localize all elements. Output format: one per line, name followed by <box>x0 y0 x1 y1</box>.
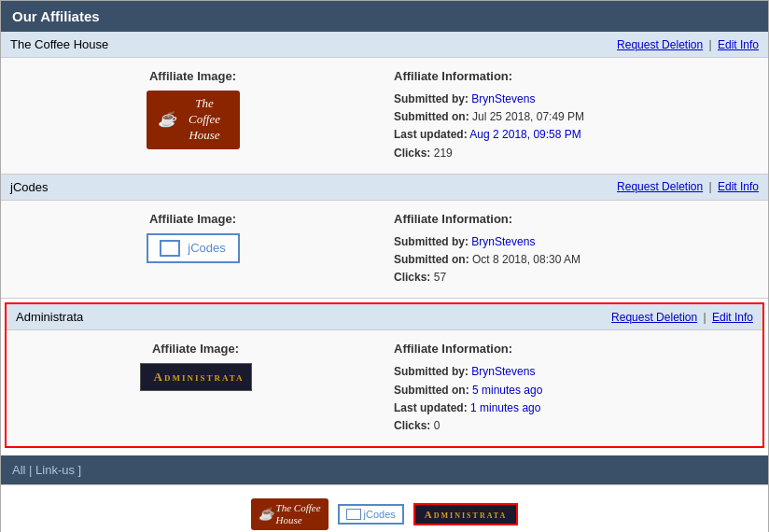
affiliate-logo-administrata: Administrata <box>140 363 252 391</box>
last-updated-value-coffee-house[interactable]: Aug 2 2018, 09:58 PM <box>469 128 580 141</box>
edit-info-coffee-house[interactable]: Edit Info <box>718 38 759 51</box>
affiliate-name-coffee-house: The Coffee House <box>10 37 108 51</box>
affiliate-info-col-coffee-house: Affiliate Information: Submitted by: Bry… <box>384 69 768 162</box>
image-col-header-coffee-house: Affiliate Image: <box>149 69 236 83</box>
request-deletion-administrata[interactable]: Request Deletion <box>611 311 697 324</box>
submitted-on-label-3: Submitted on: <box>394 384 469 397</box>
affiliate-image-col-administrata: Affiliate Image: Administrata <box>7 342 384 435</box>
pipe-separator: | <box>709 38 712 51</box>
footer-logos: The CoffeeHouse jCodes Administrata <box>1 484 768 532</box>
edit-info-jcodes[interactable]: Edit Info <box>718 180 759 193</box>
affiliate-logo-jcodes: jCodes <box>147 233 240 263</box>
clicks-label-2: Clicks: <box>394 271 430 284</box>
submitted-on-coffee-house: Submitted on: Jul 25 2018, 07:49 PM <box>394 108 584 126</box>
clicks-administrata: Clicks: 0 <box>394 417 440 435</box>
clicks-coffee-house: Clicks: 219 <box>394 145 453 162</box>
last-updated-administrata: Last updated: 1 minutes ago <box>394 399 540 417</box>
submitted-by-administrata: Submitted by: BrynStevens <box>394 363 535 381</box>
clicks-value-jcodes: 57 <box>434 271 446 284</box>
last-updated-label: Last updated: <box>394 128 468 141</box>
edit-info-administrata[interactable]: Edit Info <box>712 311 753 324</box>
submitted-on-label: Submitted on: <box>394 110 469 123</box>
affiliate-name-administrata: Administrata <box>16 310 83 324</box>
submitted-by-user-coffee-house[interactable]: BrynStevens <box>471 92 535 105</box>
request-deletion-jcodes[interactable]: Request Deletion <box>617 180 703 193</box>
info-col-header-administrata: Affiliate Information: <box>394 342 512 356</box>
affiliate-name-jcodes: jCodes <box>10 180 48 194</box>
image-col-header-administrata: Affiliate Image: <box>152 342 239 356</box>
clicks-label: Clicks: <box>394 147 430 160</box>
submitted-by-user-administrata[interactable]: BrynStevens <box>471 365 535 378</box>
last-updated-coffee-house: Last updated: Aug 2 2018, 09:58 PM <box>394 126 581 144</box>
affiliate-actions-jcodes: Request Deletion | Edit Info <box>617 180 759 193</box>
page-header: Our Affiliates <box>1 1 768 32</box>
submitted-on-value-jcodes: Oct 8 2018, 08:30 AM <box>472 253 580 266</box>
submitted-by-jcodes: Submitted by: BrynStevens <box>394 233 535 251</box>
page-title: Our Affiliates <box>12 8 100 24</box>
footer-logo-jcodes[interactable]: jCodes <box>338 504 404 525</box>
submitted-by-label: Submitted by: <box>394 92 468 105</box>
affiliate-section-coffee-house: The Coffee House Request Deletion | Edit… <box>1 32 768 175</box>
submitted-on-jcodes: Submitted on: Oct 8 2018, 08:30 AM <box>394 251 580 269</box>
submitted-by-label-3: Submitted by: <box>394 365 468 378</box>
jcodes-icon-footer <box>346 509 361 520</box>
affiliate-content-administrata: Affiliate Image: Administrata Affiliate … <box>7 330 762 446</box>
submitted-on-label-2: Submitted on: <box>394 253 469 266</box>
affiliate-image-col-coffee-house: Affiliate Image: The CoffeeHouse <box>1 69 384 162</box>
submitted-by-coffee-house: Submitted by: BrynStevens <box>394 91 535 108</box>
footer-logo-coffee-house[interactable]: The CoffeeHouse <box>251 498 329 530</box>
clicks-value-administrata: 0 <box>434 419 440 432</box>
clicks-value-coffee-house: 219 <box>434 147 453 160</box>
image-col-header-jcodes: Affiliate Image: <box>149 212 236 226</box>
pipe-separator-2: | <box>709 180 712 193</box>
affiliate-section-jcodes: jCodes Request Deletion | Edit Info Affi… <box>1 175 768 300</box>
affiliate-info-col-administrata: Affiliate Information: Submitted by: Bry… <box>384 342 762 435</box>
clicks-label-3: Clicks: <box>394 419 430 432</box>
submitted-on-value-coffee-house: Jul 25 2018, 07:49 PM <box>472 110 584 123</box>
affiliate-actions-coffee-house: Request Deletion | Edit Info <box>617 38 759 51</box>
request-deletion-coffee-house[interactable]: Request Deletion <box>617 38 703 51</box>
affiliate-content-coffee-house: Affiliate Image: The CoffeeHouse Affilia… <box>1 58 768 174</box>
submitted-by-label-2: Submitted by: <box>394 235 468 248</box>
affiliate-section-administrata: Administrata Request Deletion | Edit Inf… <box>5 302 764 448</box>
footer-nav: All | Link-us ] <box>1 455 768 484</box>
affiliate-header-jcodes: jCodes Request Deletion | Edit Info <box>1 175 768 201</box>
submitted-on-administrata: Submitted on: 5 minutes ago <box>394 382 542 399</box>
clicks-jcodes: Clicks: 57 <box>394 269 446 287</box>
submitted-by-user-jcodes[interactable]: BrynStevens <box>471 235 535 248</box>
footer-logo-administrata[interactable]: Administrata <box>413 503 519 525</box>
affiliate-content-jcodes: Affiliate Image: jCodes Affiliate Inform… <box>1 201 768 299</box>
info-col-header-jcodes: Affiliate Information: <box>394 212 512 226</box>
affiliate-actions-administrata: Request Deletion | Edit Info <box>611 311 753 324</box>
jcodes-icon <box>160 240 180 257</box>
affiliate-logo-coffee-house: The CoffeeHouse <box>147 91 240 149</box>
affiliate-header-administrata: Administrata Request Deletion | Edit Inf… <box>7 304 762 330</box>
footer-nav-text: All | Link-us ] <box>12 463 81 477</box>
affiliate-header-coffee-house: The Coffee House Request Deletion | Edit… <box>1 32 768 58</box>
last-updated-label-2: Last updated: <box>394 401 468 414</box>
last-updated-value-administrata[interactable]: 1 minutes ago <box>470 401 540 414</box>
info-col-header-coffee-house: Affiliate Information: <box>394 69 512 83</box>
affiliate-image-col-jcodes: Affiliate Image: jCodes <box>1 212 384 287</box>
pipe-separator-3: | <box>704 311 706 324</box>
main-container: Our Affiliates The Coffee House Request … <box>0 0 769 532</box>
submitted-on-value-administrata[interactable]: 5 minutes ago <box>472 384 542 397</box>
affiliate-info-col-jcodes: Affiliate Information: Submitted by: Bry… <box>384 212 768 287</box>
